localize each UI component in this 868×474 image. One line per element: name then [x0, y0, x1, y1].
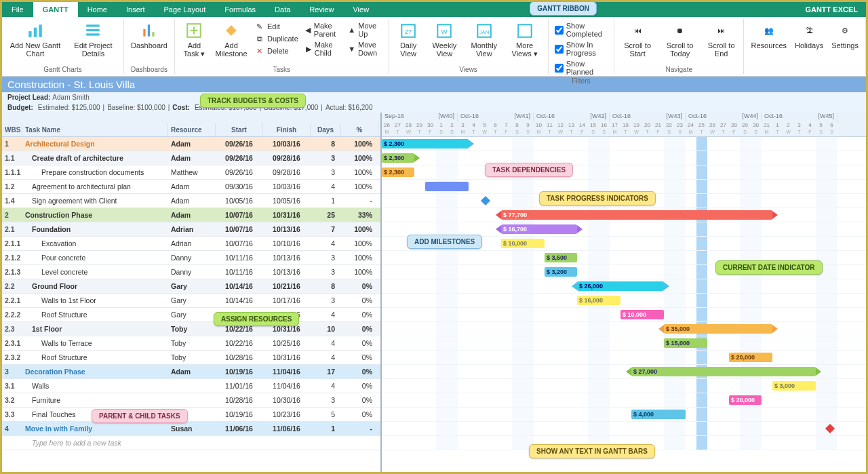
- task-row[interactable]: 2.31st FloorToby10/22/1610/31/16100%: [2, 322, 380, 336]
- group-gantt-charts: Add New Gantt Chart Edit Project Details…: [2, 19, 124, 74]
- resources-button[interactable]: 👥Resources: [748, 20, 789, 65]
- gantt-bar[interactable]: $ 3,200: [545, 267, 577, 277]
- gantt-bar[interactable]: [425, 182, 469, 191]
- gantt-bar[interactable]: $ 3,000: [772, 381, 816, 391]
- scroll-to-today-button[interactable]: ⏺Scroll to Today: [659, 20, 701, 65]
- task-row[interactable]: Type here to add a new task: [2, 436, 380, 450]
- task-row[interactable]: 3.1Walls11/01/1611/04/1640%: [2, 379, 380, 393]
- tab-insert[interactable]: Insert: [117, 2, 155, 17]
- task-row[interactable]: 1.2Agreement to architectural planAdam09…: [2, 180, 380, 194]
- tab-formulas[interactable]: Formulas: [215, 2, 265, 17]
- task-row[interactable]: 2.1.3Level concreteDanny10/11/1610/13/16…: [2, 265, 380, 279]
- group-views: 27Daily View WWeekly View JANMonthly Vie…: [389, 19, 549, 74]
- gantt-bar[interactable]: $ 20,000: [729, 353, 772, 362]
- gantt-timeline[interactable]: Sep-16[W40]Oct-16[W41]Oct-16[W42]Oct-16[…: [382, 113, 866, 473]
- task-row[interactable]: 1Architectural DesignAdam09/26/1610/03/1…: [2, 137, 380, 151]
- more-views-button[interactable]: More Views ▾: [506, 20, 544, 65]
- task-row[interactable]: 2.1.1ExcavationAdrian10/07/1610/10/16410…: [2, 237, 380, 251]
- scroll-to-start-button[interactable]: ⏮Scroll to Start: [618, 20, 656, 65]
- callout-progress: TASK PROGRESS INDICATORS: [539, 191, 656, 205]
- callout-resources: ASSIGN RESOURCES: [214, 312, 299, 326]
- add-task-button[interactable]: Add Task ▾: [179, 20, 210, 65]
- svg-rect-1: [34, 28, 37, 37]
- daily-view-button[interactable]: 27Daily View: [393, 20, 424, 65]
- svg-rect-10: [226, 25, 236, 35]
- task-row[interactable]: 2.3.1Walls to TerraceToby10/22/1610/25/1…: [2, 336, 380, 351]
- today-icon: ⏺: [669, 21, 691, 40]
- task-row[interactable]: 1.1.1Prepare construction documentsMatth…: [2, 165, 380, 180]
- holidays-button[interactable]: 🏝Holidays: [792, 20, 826, 65]
- make-parent-button[interactable]: ◀Make Parent: [303, 21, 343, 39]
- menu-tabs: File GANTT Home Insert Page Layout Formu…: [2, 2, 866, 17]
- scroll-to-end-button[interactable]: ⏭Scroll to End: [703, 20, 740, 65]
- task-row[interactable]: 3Decoration PhaseAdam10/19/1611/04/16170…: [2, 365, 380, 379]
- gantt-bar[interactable]: $ 16,000: [577, 296, 620, 305]
- task-row[interactable]: 1.4Sign agreement with ClientAdam10/05/1…: [2, 194, 380, 208]
- settings-button[interactable]: ⚙Settings: [829, 20, 861, 65]
- gantt-bar[interactable]: $ 27,000: [631, 367, 816, 376]
- task-row[interactable]: 1.1Create draft of architectureAdam09/26…: [2, 151, 380, 165]
- add-milestone-button[interactable]: Add Milestone: [212, 20, 250, 65]
- dashboard-button[interactable]: Dashboard: [128, 20, 170, 65]
- gantt-bar[interactable]: $ 77,700: [501, 210, 772, 220]
- tab-pagelayout[interactable]: Page Layout: [154, 2, 215, 17]
- gantt-bar[interactable]: $ 10,000: [501, 239, 545, 248]
- gantt-bar[interactable]: $ 10,000: [620, 310, 664, 319]
- task-row[interactable]: 3.3Final TouchesSara10/19/1610/23/1650%: [2, 408, 380, 422]
- up-icon: ▲: [348, 25, 355, 35]
- list-icon: [82, 21, 104, 40]
- svg-rect-4: [87, 29, 100, 31]
- tab-data[interactable]: Data: [265, 2, 300, 17]
- task-row[interactable]: 2.2.1Walls to 1st FloorGary10/14/1610/17…: [2, 294, 380, 308]
- task-row[interactable]: 3.2Furniture10/28/1610/30/1630%: [2, 393, 380, 408]
- show-completed-checkbox[interactable]: Show Completed: [553, 21, 610, 39]
- show-in-progress-checkbox[interactable]: Show In Progress: [553, 40, 610, 58]
- make-child-button[interactable]: ▶Make Child: [303, 40, 343, 58]
- gantt-bar[interactable]: $ 20,000: [729, 395, 762, 405]
- svg-text:W: W: [441, 28, 448, 35]
- task-row[interactable]: 2Construction PhaseAdam10/07/1610/31/162…: [2, 208, 380, 222]
- gantt-bar[interactable]: $ 16,700: [501, 224, 577, 234]
- svg-rect-8: [152, 32, 154, 36]
- milestone-marker[interactable]: [481, 196, 490, 205]
- group-dashboards: Dashboard Dashboards: [124, 19, 175, 74]
- tab-gantt[interactable]: GANTT: [33, 2, 78, 17]
- milestone-marker[interactable]: [825, 424, 835, 433]
- gantt-bar[interactable]: $ 15,000: [664, 338, 707, 348]
- callout-gantt-ribbon: GANTT RIBBON: [530, 1, 597, 16]
- task-row[interactable]: 2.1FoundationAdrian10/07/1610/13/167100%: [2, 222, 380, 237]
- svg-text:JAN: JAN: [479, 29, 489, 35]
- edit-project-details-button[interactable]: Edit Project Details: [67, 20, 119, 65]
- gantt-bar[interactable]: $ 2,300: [382, 167, 414, 177]
- task-grid[interactable]: WBS Task Name Resource Start Finish Days…: [2, 113, 382, 473]
- edit-button[interactable]: ✎Edit: [253, 21, 300, 32]
- task-row[interactable]: 2.1.2Pour concreteDanny10/11/1610/13/163…: [2, 251, 380, 265]
- gantt-bar[interactable]: $ 3,500: [545, 253, 577, 262]
- show-planned-checkbox[interactable]: Show Planned: [553, 59, 610, 77]
- tab-view[interactable]: View: [343, 2, 378, 17]
- gantt-bar[interactable]: $ 4,000: [631, 410, 686, 419]
- gantt-bar[interactable]: $ 26,000: [577, 281, 664, 291]
- tab-review[interactable]: Review: [300, 2, 343, 17]
- gantt-bar[interactable]: $ 2,300: [382, 153, 414, 163]
- tab-file[interactable]: File: [2, 2, 33, 17]
- task-row[interactable]: 4Move in with FamilySusan11/06/1611/06/1…: [2, 422, 380, 436]
- tab-home[interactable]: Home: [78, 2, 117, 17]
- delete-button[interactable]: ✕Delete: [253, 45, 300, 56]
- monthly-view-button[interactable]: JANMonthly View: [465, 20, 502, 65]
- svg-text:27: 27: [405, 28, 412, 35]
- task-row[interactable]: 2.2Ground FloorGary10/14/1610/21/1680%: [2, 279, 380, 294]
- svg-rect-3: [87, 24, 100, 26]
- svg-rect-2: [39, 24, 41, 37]
- gantt-bar[interactable]: $ 2,300: [382, 139, 469, 149]
- project-title: Construction - St. Louis Villa: [2, 77, 866, 92]
- gantt-bar[interactable]: $ 35,000: [664, 324, 772, 334]
- duplicate-button[interactable]: ⧉Duplicate: [253, 33, 300, 44]
- grid-header: WBS Task Name Resource Start Finish Days…: [2, 113, 380, 137]
- move-down-button[interactable]: ▼Move Down: [346, 40, 384, 58]
- task-row[interactable]: 2.2.2Roof StructureGary10/18/1610/21/164…: [2, 308, 380, 322]
- task-row[interactable]: 2.3.2Roof StructureToby10/28/1610/31/164…: [2, 351, 380, 365]
- weekly-view-button[interactable]: WWeekly View: [427, 20, 462, 65]
- move-up-button[interactable]: ▲Move Up: [346, 21, 384, 39]
- add-new-gantt-chart-button[interactable]: Add New Gantt Chart: [6, 20, 64, 65]
